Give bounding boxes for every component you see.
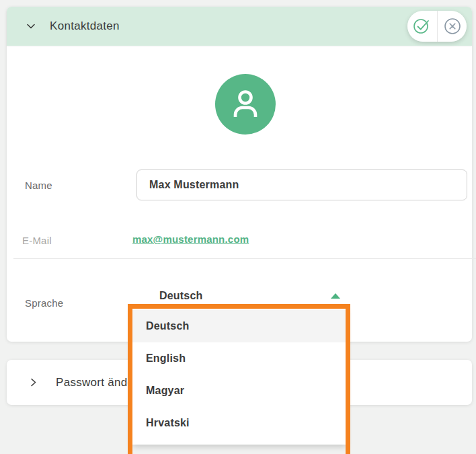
cancel-button[interactable] [437,11,467,42]
caret-up-icon [331,293,340,299]
person-icon [228,87,263,122]
dropdown-option-english[interactable]: English [132,342,346,375]
account-settings-page: Kontaktdaten [0,0,476,454]
divider [13,258,476,259]
check-circle-icon [411,16,433,36]
kontaktdaten-panel: Kontaktdaten [7,7,472,342]
name-input[interactable] [136,169,467,200]
confirm-button[interactable] [407,11,437,42]
language-selected-value: Deutsch [159,290,203,301]
dropdown-option-hrvatski[interactable]: Hrvatski [132,407,346,439]
kontaktdaten-header[interactable]: Kontaktdaten [7,7,472,46]
email-link[interactable]: max@mustermann.com [132,233,249,245]
panel-title: Kontaktdaten [50,20,120,33]
dropdown-option-magyar[interactable]: Magyar [132,375,346,407]
language-dropdown: Deutsch English Magyar Hrvatski [132,309,346,445]
email-label: E-Mail [22,235,52,246]
name-label: Name [25,180,52,191]
x-circle-icon [443,17,462,36]
chevron-down-icon [26,21,36,32]
chevron-right-icon [28,377,38,387]
password-section-title: Passwort ändern [56,376,145,389]
language-select[interactable]: Deutsch [159,290,203,302]
dropdown-option-deutsch[interactable]: Deutsch [132,310,346,342]
avatar[interactable] [215,74,276,135]
header-action-buttons [407,11,467,42]
language-label: Sprache [25,297,63,309]
